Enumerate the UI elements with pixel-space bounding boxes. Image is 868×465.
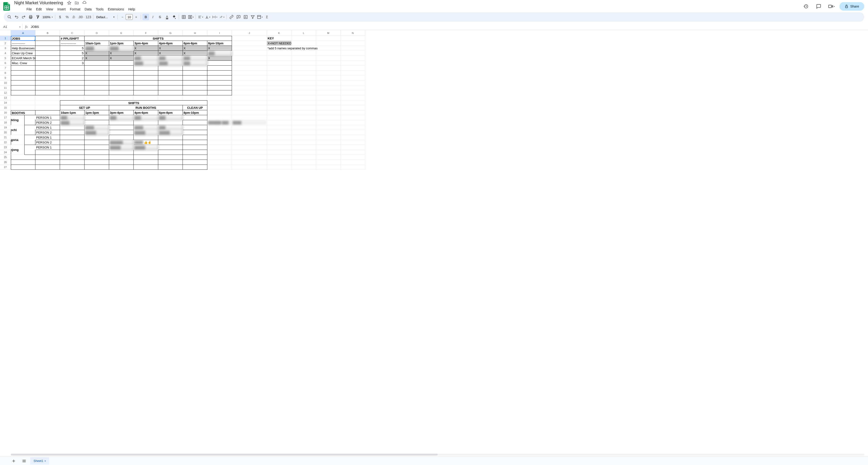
cell-A25[interactable] <box>11 155 35 160</box>
wrap-button[interactable] <box>211 14 218 20</box>
cell-D7[interactable] <box>85 66 109 71</box>
cell-L4[interactable] <box>291 51 316 56</box>
cell-C27[interactable] <box>60 165 85 170</box>
col-header-C[interactable]: C <box>60 30 85 36</box>
cell-I10[interactable] <box>207 80 232 86</box>
cell-J20[interactable] <box>232 130 267 135</box>
cell-H3[interactable]: X <box>183 46 207 51</box>
cell-C12[interactable] <box>60 90 85 95</box>
row-header-9[interactable]: 9 <box>0 75 11 80</box>
cell-D24[interactable] <box>85 150 109 155</box>
cell-N4[interactable] <box>341 51 365 56</box>
menu-help[interactable]: Help <box>126 6 137 12</box>
cell-G17[interactable]: ███ <box>158 115 183 120</box>
cell-M26[interactable] <box>316 160 341 165</box>
cell-E3[interactable]: ████ <box>109 46 134 51</box>
cell-B12[interactable] <box>35 90 60 95</box>
cell-G20[interactable]: █████ <box>158 130 183 135</box>
row-header-5[interactable]: 5 <box>0 56 11 61</box>
cell-I24[interactable] <box>207 150 232 155</box>
cell-B10[interactable] <box>35 80 60 86</box>
cell-M4[interactable] <box>316 51 341 56</box>
undo-icon[interactable] <box>13 14 20 20</box>
cell-I6[interactable] <box>207 61 232 66</box>
cell-E4[interactable]: X <box>109 51 134 56</box>
cell-F25[interactable] <box>134 155 158 160</box>
cell-D5[interactable]: X <box>85 56 109 61</box>
col-header-F[interactable]: F <box>134 30 158 36</box>
strike-button[interactable]: S <box>157 14 163 20</box>
cell-K6[interactable] <box>267 61 291 66</box>
cell-H2[interactable]: 6pm-8pm <box>183 41 207 46</box>
cell-B18[interactable]: PERSON 2 <box>35 120 60 125</box>
cell-H16[interactable]: 8pm-10pm <box>183 110 207 115</box>
menu-edit[interactable]: Edit <box>34 6 44 12</box>
cell-E18[interactable] <box>109 120 134 125</box>
menu-data[interactable]: Data <box>83 6 94 12</box>
cell-F27[interactable] <box>134 165 158 170</box>
cell-M8[interactable] <box>316 71 341 75</box>
cell-N27[interactable] <box>341 165 365 170</box>
zoom-select[interactable]: 100% <box>41 15 54 19</box>
cell-K26[interactable] <box>267 160 291 165</box>
cell-J3[interactable] <box>232 46 267 51</box>
cell-F24[interactable] <box>134 150 158 155</box>
row-header-13[interactable]: 13 <box>0 95 11 100</box>
cell-B15[interactable] <box>35 105 60 110</box>
cell-D27[interactable] <box>85 165 109 170</box>
doc-title[interactable]: Night Market Volunteering <box>13 0 64 6</box>
cell-A11[interactable] <box>11 86 35 90</box>
bold-button[interactable]: B <box>143 14 149 20</box>
cell-G27[interactable] <box>158 165 183 170</box>
cell-B20[interactable]: PERSON 2 <box>35 130 60 135</box>
cell-N23[interactable] <box>341 145 365 150</box>
cell-K3[interactable]: *add 5 names separated by commas <box>267 46 341 51</box>
cell-A12[interactable] <box>11 90 35 95</box>
cell-H26[interactable] <box>183 160 207 165</box>
cell-L21[interactable] <box>291 135 316 140</box>
cell-J5[interactable] <box>232 56 267 61</box>
cell-M27[interactable] <box>316 165 341 170</box>
paint-format-icon[interactable] <box>34 14 41 20</box>
cell-N26[interactable] <box>341 160 365 165</box>
cell-N15[interactable] <box>341 105 365 110</box>
cell-C4[interactable]: 5 <box>60 51 85 56</box>
cell-M25[interactable] <box>316 155 341 160</box>
cell-G21[interactable] <box>158 135 183 140</box>
cell-L6[interactable] <box>291 61 316 66</box>
cell-B21[interactable]: PERSON 1 <box>35 135 60 140</box>
cell-I16[interactable] <box>207 110 232 115</box>
cell-E13[interactable] <box>109 95 134 100</box>
row-header-12[interactable]: 12 <box>0 90 11 95</box>
share-button[interactable]: Share <box>839 2 864 11</box>
cell-K16[interactable] <box>267 110 291 115</box>
cell-L9[interactable] <box>291 75 316 80</box>
cell-I15[interactable] <box>207 105 232 110</box>
cell-B5[interactable] <box>35 56 60 61</box>
cell-F13[interactable] <box>134 95 158 100</box>
cell-C25[interactable] <box>60 155 85 160</box>
rotate-button[interactable]: A <box>218 14 225 20</box>
name-box[interactable]: A1▾ <box>0 24 23 30</box>
cell-I4[interactable]: ███ <box>207 51 232 56</box>
cell-N10[interactable] <box>341 80 365 86</box>
row-header-11[interactable]: 11 <box>0 86 11 90</box>
cell-C19[interactable] <box>60 125 85 130</box>
cell-B14[interactable] <box>35 100 60 105</box>
cell-C5[interactable]: 2 <box>60 56 85 61</box>
row-header-8[interactable]: 8 <box>0 71 11 75</box>
menu-file[interactable]: File <box>25 6 34 12</box>
cell-B9[interactable] <box>35 75 60 80</box>
cell-H20[interactable] <box>183 130 207 135</box>
cell-H13[interactable] <box>183 95 207 100</box>
menu-extensions[interactable]: Extensions <box>106 6 126 12</box>
merge-button[interactable] <box>188 14 194 20</box>
cell-clean-header[interactable]: CLEAN UP <box>183 105 207 110</box>
cell-B26[interactable] <box>35 160 60 165</box>
cell-M18[interactable] <box>316 120 341 125</box>
cell-A9[interactable] <box>11 75 35 80</box>
cell-G10[interactable] <box>158 80 183 86</box>
cell-H7[interactable] <box>183 66 207 71</box>
cell-I3[interactable]: X <box>207 46 232 51</box>
cell-H10[interactable] <box>183 80 207 86</box>
